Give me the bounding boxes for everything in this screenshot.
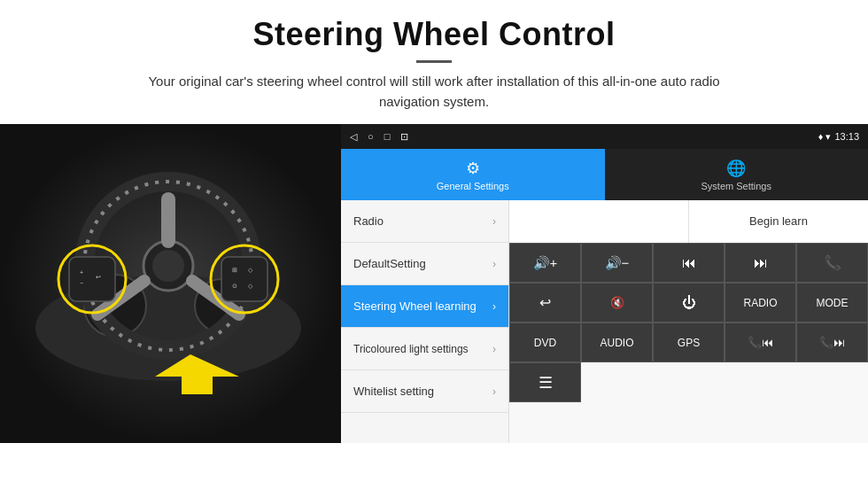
page-header: Steering Wheel Control Your original car…: [0, 0, 868, 120]
back-call-icon: ↩: [539, 294, 551, 311]
content-area: Radio › DefaultSetting › Steering Wheel …: [341, 200, 868, 443]
page-subtitle: Your original car's steering wheel contr…: [124, 72, 744, 112]
menu-item-tricoloured[interactable]: Tricoloured light settings ›: [341, 328, 508, 370]
status-right: ♦ ▾ 13:13: [818, 131, 859, 143]
page-title: Steering Wheel Control: [35, 16, 833, 53]
tab-system-label: System Settings: [701, 181, 771, 191]
blank-cell: [509, 200, 689, 243]
radio-label: RADIO: [743, 297, 777, 309]
back-call-button[interactable]: ↩: [509, 283, 581, 323]
power-icon: ⏻: [682, 295, 696, 311]
volume-up-icon: 🔊+: [533, 255, 558, 271]
back-icon[interactable]: ◁: [350, 131, 357, 143]
svg-text:⊞: ⊞: [232, 267, 237, 273]
radio-button[interactable]: RADIO: [725, 283, 796, 323]
car-image-area: ● + − ↩ ⊞ ◇ ⊙ ◇: [0, 124, 341, 443]
title-divider: [416, 60, 452, 63]
chevron-icon: ›: [492, 258, 496, 270]
recents-icon[interactable]: □: [384, 131, 391, 142]
screen-icon[interactable]: ⊡: [400, 131, 408, 143]
right-controls: Begin learn 🔊+ 🔊− ⏮ ⏭: [509, 200, 868, 443]
system-settings-icon: 🌐: [726, 159, 746, 178]
svg-text:+: +: [80, 269, 83, 276]
menu-item-steering-wheel[interactable]: Steering Wheel learning ›: [341, 285, 508, 328]
gps-button[interactable]: GPS: [653, 323, 725, 362]
dvd-label: DVD: [534, 337, 556, 349]
tabs-row: ⚙ General Settings 🌐 System Settings: [341, 149, 868, 200]
tab-general-label: General Settings: [437, 181, 509, 191]
menu-list-icon: ☰: [539, 373, 553, 393]
menu-item-default-label: DefaultSetting: [353, 257, 426, 270]
left-menu: Radio › DefaultSetting › Steering Wheel …: [341, 200, 509, 443]
call-next-icon: 📞⏭: [819, 336, 845, 349]
main-content: ● + − ↩ ⊞ ◇ ⊙ ◇: [0, 124, 868, 443]
next-track-button[interactable]: ⏭: [725, 243, 796, 283]
begin-learn-button[interactable]: Begin learn: [689, 200, 868, 243]
menu-item-radio[interactable]: Radio ›: [341, 200, 508, 243]
menu-item-default-setting[interactable]: DefaultSetting ›: [341, 243, 508, 285]
volume-down-button[interactable]: 🔊−: [581, 243, 653, 283]
power-button[interactable]: ⏻: [653, 283, 725, 323]
menu-item-whitelist[interactable]: Whitelist setting ›: [341, 370, 508, 413]
nav-icons: ◁ ○ □ ⊡: [350, 131, 408, 143]
call-icon: 📞: [824, 254, 841, 271]
signal-icon: ♦ ▾: [818, 131, 832, 143]
chevron-icon: ›: [492, 215, 496, 228]
home-icon[interactable]: ○: [368, 131, 374, 142]
menu-item-tricoloured-label: Tricoloured light settings: [353, 343, 469, 355]
controls-row4: ☰: [509, 362, 868, 402]
tab-general-settings[interactable]: ⚙ General Settings: [341, 149, 605, 200]
call-next-button[interactable]: 📞⏭: [796, 323, 868, 362]
ui-panel: ◁ ○ □ ⊡ ♦ ▾ 13:13 ⚙ General Settings 🌐 S…: [341, 124, 868, 443]
general-settings-icon: ⚙: [466, 159, 480, 178]
status-bar: ◁ ○ □ ⊡ ♦ ▾ 13:13: [341, 124, 868, 149]
time-display: 13:13: [834, 131, 859, 142]
call-button[interactable]: 📞: [796, 243, 868, 283]
begin-learn-row: Begin learn: [509, 200, 868, 243]
gps-label: GPS: [678, 337, 700, 349]
svg-rect-15: [221, 257, 267, 301]
svg-text:↩: ↩: [96, 274, 101, 280]
svg-text:−: −: [80, 280, 83, 286]
menu-item-radio-label: Radio: [353, 214, 384, 228]
mute-icon: 🔇: [610, 296, 624, 309]
menu-icon-button[interactable]: ☰: [509, 362, 581, 402]
mode-button[interactable]: MODE: [796, 283, 868, 323]
chevron-icon: ›: [492, 343, 496, 355]
mute-button[interactable]: 🔇: [581, 283, 653, 323]
menu-item-whitelist-label: Whitelist setting: [353, 385, 434, 398]
chevron-icon: ›: [492, 385, 496, 398]
menu-item-steering-label: Steering Wheel learning: [353, 299, 477, 313]
dvd-button[interactable]: DVD: [509, 323, 581, 362]
tab-system-settings[interactable]: 🌐 System Settings: [605, 149, 869, 200]
call-prev-button[interactable]: 📞⏮: [725, 323, 796, 362]
svg-point-7: [152, 250, 184, 282]
mode-label: MODE: [817, 297, 849, 309]
next-track-icon: ⏭: [754, 255, 768, 271]
chevron-icon: ›: [492, 300, 496, 313]
controls-row1: 🔊+ 🔊− ⏮ ⏭ 📞: [509, 243, 868, 283]
car-background: ● + − ↩ ⊞ ◇ ⊙ ◇: [0, 124, 341, 443]
call-prev-icon: 📞⏮: [748, 336, 773, 349]
prev-track-icon: ⏮: [682, 255, 696, 271]
steering-wheel-image: ● + − ↩ ⊞ ◇ ⊙ ◇: [27, 151, 310, 399]
controls-row3: DVD AUDIO GPS 📞⏮ 📞⏭: [509, 323, 868, 362]
prev-track-button[interactable]: ⏮: [653, 243, 725, 283]
svg-rect-11: [69, 257, 115, 301]
audio-button[interactable]: AUDIO: [581, 323, 653, 362]
audio-label: AUDIO: [600, 337, 633, 349]
volume-up-button[interactable]: 🔊+: [509, 243, 581, 283]
svg-text:⊙: ⊙: [232, 283, 237, 289]
volume-down-icon: 🔊−: [605, 255, 630, 271]
controls-row2: ↩ 🔇 ⏻ RADIO MODE: [509, 283, 868, 323]
